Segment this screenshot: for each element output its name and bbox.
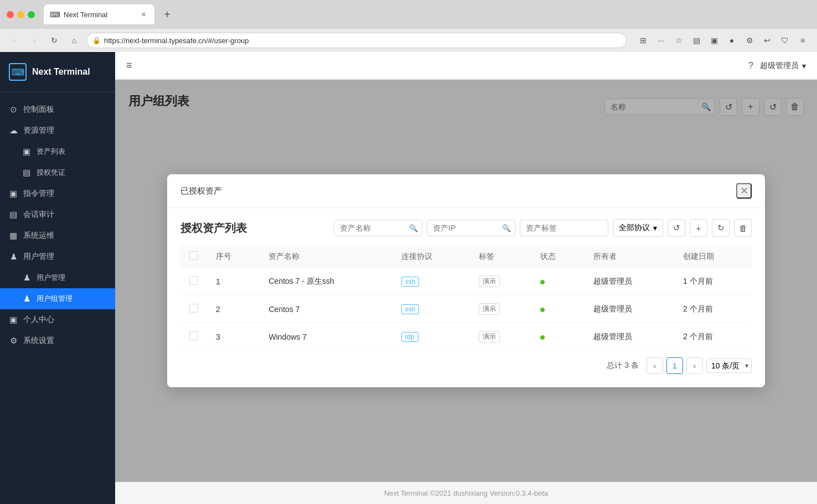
tag-badge: 演示 (479, 303, 500, 315)
table-header-row: 序号 资产名称 连接协议 标签 状态 所有者 创建日期 (180, 246, 752, 268)
sidebar-item-credentials[interactable]: ▤ 授权凭证 (0, 162, 115, 183)
close-traffic-light[interactable] (7, 11, 14, 18)
bookmark-icon[interactable]: ☆ (671, 33, 686, 48)
next-page-button[interactable]: › (686, 357, 703, 374)
protocol-badge: ssh (401, 304, 420, 314)
sidebar-item-system-ops[interactable]: ▦ 系统运维 (0, 225, 115, 246)
sidebar-item-users[interactable]: ♟ 用户管理 (0, 267, 115, 288)
row-protocol: ssh (392, 295, 470, 323)
row-checkbox-cell (180, 323, 207, 351)
more-menu-icon[interactable]: ≡ (795, 33, 810, 48)
sidebar-item-profile[interactable]: ▣ 个人中心 (0, 309, 115, 330)
total-count: 总计 3 条 (607, 361, 639, 371)
forward-button[interactable]: › (27, 33, 42, 48)
extensions-icon[interactable]: ⊞ (635, 33, 651, 48)
minimize-traffic-light[interactable] (17, 11, 24, 18)
protocol-select-label: 全部协议 (619, 223, 650, 233)
asset-tag-search-input[interactable] (520, 220, 608, 236)
header-left: ≡ (126, 60, 132, 71)
credentials-icon: ▤ (22, 168, 31, 177)
sidebar-item-label: 控制面板 (23, 105, 54, 115)
prev-page-button[interactable]: ‹ (647, 357, 663, 374)
shield-icon[interactable]: 🛡 (777, 33, 793, 48)
row-protocol: rdp (392, 323, 470, 351)
sync-icon[interactable]: ⚙ (742, 33, 757, 48)
undo-icon[interactable]: ↩ (759, 33, 775, 48)
tag-badge: 演示 (479, 276, 500, 287)
modal-refresh-button[interactable]: ↻ (712, 219, 730, 237)
new-tab-button[interactable]: + (159, 6, 175, 23)
col-owner: 所有者 (585, 246, 674, 268)
modal-delete-button[interactable]: 🗑 (734, 219, 752, 237)
user-name: 超级管理员 (760, 61, 799, 71)
browser-title-bar: ⌨ Next Terminal ✕ + (0, 0, 817, 29)
modal-section-title: 授权资产列表 (180, 221, 247, 236)
modal-reload-button[interactable]: ↺ (668, 219, 685, 237)
url-display: https://next-terminal.typesafe.cn/#/user… (104, 37, 620, 45)
more-icon[interactable]: ··· (653, 33, 669, 48)
asset-ip-search-icon[interactable]: 🔍 (502, 224, 511, 232)
sidebar-item-label: 指令管理 (23, 189, 54, 199)
row-tag: 演示 (470, 323, 531, 351)
protocol-select-arrow: ▾ (653, 224, 657, 232)
asset-table: 序号 资产名称 连接协议 标签 状态 所有者 创建日期 (180, 246, 752, 351)
asset-list-icon: ▣ (22, 147, 31, 156)
tab-close-button[interactable]: ✕ (139, 10, 148, 19)
app-footer: Next Terminal ©2021 dushixiang Version:0… (115, 482, 817, 504)
sidebar-item-session-audit[interactable]: ▤ 会话审计 (0, 204, 115, 225)
reload-button[interactable]: ↻ (46, 33, 62, 48)
top-header: ≡ ? 超级管理员 ▾ (115, 52, 817, 80)
asset-tag-search-wrapper (520, 220, 608, 236)
sidebar-item-label: 会话审计 (23, 210, 54, 220)
sidebar-item-user-groups[interactable]: ♟ 用户组管理 (0, 288, 115, 309)
sidebar-toggle-icon[interactable]: ▣ (706, 33, 722, 48)
main-content: ≡ ? 超级管理员 ▾ 用户组列表 🔍 ↺ (115, 52, 817, 504)
page-size-wrapper: 10 条/页 20 条/页 50 条/页 (706, 358, 752, 373)
protocol-select[interactable]: 全部协议 ▾ (613, 219, 663, 237)
system-ops-icon: ▦ (9, 231, 18, 240)
session-icon: ▤ (9, 210, 18, 219)
sidebar-item-label: 用户管理 (23, 252, 54, 262)
row-checkbox[interactable] (189, 304, 198, 313)
modal-close-button[interactable]: ✕ (736, 183, 752, 199)
row-name: Centos 7 - 原生ssh (260, 268, 392, 295)
row-checkbox[interactable] (189, 276, 198, 285)
modal-add-button[interactable]: + (690, 219, 707, 237)
page-size-select[interactable]: 10 条/页 20 条/页 50 条/页 (706, 358, 752, 373)
page-1-button[interactable]: 1 (666, 357, 683, 374)
sidebar-item-resource-mgmt[interactable]: ☁ 资源管理 (0, 120, 115, 141)
asset-name-search-icon[interactable]: 🔍 (409, 224, 418, 232)
table-row: 2 Centos 7 ssh 演示 (180, 295, 752, 323)
table-row: 1 Centos 7 - 原生ssh ssh 演示 (180, 268, 752, 295)
modal-header: 已授权资产 ✕ (167, 174, 765, 208)
account-icon[interactable]: ● (724, 33, 740, 48)
table-row: 3 Windows 7 rdp 演示 (180, 323, 752, 351)
row-created: 2 个月前 (674, 295, 752, 323)
sidebar-item-label: 资产列表 (37, 147, 65, 157)
help-icon[interactable]: ? (748, 61, 753, 71)
home-button[interactable]: ⌂ (66, 33, 82, 48)
row-name: Centos 7 (260, 295, 392, 323)
sidebar-item-settings[interactable]: ⚙ 系统设置 (0, 330, 115, 351)
protocol-badge: ssh (401, 277, 420, 287)
row-checkbox[interactable] (189, 331, 198, 340)
user-menu[interactable]: 超级管理员 ▾ (760, 61, 806, 71)
sidebar-item-user-mgmt[interactable]: ♟ 用户管理 (0, 246, 115, 267)
address-bar[interactable]: 🔒 https://next-terminal.typesafe.cn/#/us… (86, 33, 627, 48)
status-indicator (540, 335, 545, 340)
security-icon: 🔒 (92, 37, 101, 44)
sidebar-item-dashboard[interactable]: ⊙ 控制面板 (0, 99, 115, 120)
logo-text: Next Terminal (32, 67, 90, 77)
back-button[interactable]: ‹ (7, 33, 22, 48)
row-no: 2 (207, 295, 260, 323)
row-owner: 超级管理员 (585, 295, 674, 323)
modal-body: 授权资产列表 🔍 🔍 (167, 208, 765, 387)
menu-toggle-button[interactable]: ≡ (126, 60, 132, 71)
select-all-checkbox[interactable] (189, 251, 198, 260)
sidebar-item-asset-list[interactable]: ▣ 资产列表 (0, 141, 115, 162)
sidebar-item-command-mgmt[interactable]: ▣ 指令管理 (0, 183, 115, 204)
col-name: 资产名称 (260, 246, 392, 268)
browser-tab[interactable]: ⌨ Next Terminal ✕ (44, 4, 154, 24)
library-icon[interactable]: ▤ (689, 33, 704, 48)
maximize-traffic-light[interactable] (28, 11, 35, 18)
